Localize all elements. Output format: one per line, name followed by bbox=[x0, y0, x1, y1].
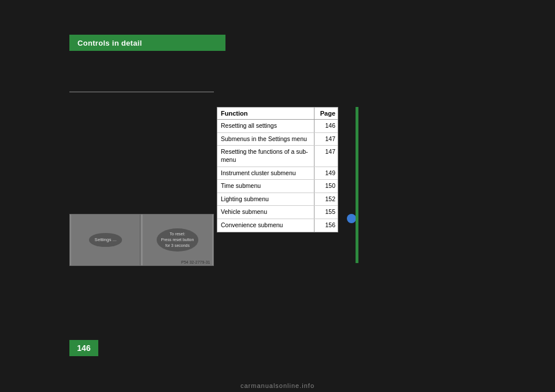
table-cell-page: 152 bbox=[314, 193, 338, 206]
table-row: Instrument cluster submenu 149 bbox=[217, 167, 338, 180]
settings-display: Settings ... bbox=[89, 233, 123, 246]
header-bar: Controls in detail bbox=[69, 35, 225, 51]
function-table: Function Page Resetting all settings 146… bbox=[217, 107, 338, 232]
table-cell-function: Time submenu bbox=[217, 180, 314, 193]
instrument-image: Settings ... To reset: Press reset butto… bbox=[69, 214, 214, 266]
table-row: Lighting submenu 152 bbox=[217, 193, 338, 206]
col-header-function: Function bbox=[217, 108, 314, 119]
instrument-panel-right: To reset: Press reset button for 3 secon… bbox=[143, 215, 212, 265]
table-row: Resetting all settings 146 bbox=[217, 120, 338, 133]
table-cell-function: Submenus in the Settings menu bbox=[217, 133, 314, 146]
table-cell-function: Lighting submenu bbox=[217, 193, 314, 206]
table-cell-function: Instrument cluster submenu bbox=[217, 167, 314, 180]
reset-line1: To reset: bbox=[170, 232, 186, 236]
table-header-row: Function Page bbox=[217, 108, 338, 120]
table-row: Submenus in the Settings menu 147 bbox=[217, 133, 338, 146]
header-title: Controls in detail bbox=[77, 39, 142, 47]
settings-text: Settings ... bbox=[95, 237, 117, 242]
image-code: P54 32-2779-31 bbox=[181, 260, 210, 264]
reset-display: To reset: Press reset button for 3 secon… bbox=[157, 228, 199, 251]
reset-line3: for 3 seconds bbox=[165, 243, 190, 247]
table-cell-page: 150 bbox=[314, 180, 338, 193]
table-row: Convenience submenu 156 bbox=[217, 219, 338, 232]
watermark: carmanualsonline.info bbox=[0, 382, 555, 389]
reset-line2: Press reset button bbox=[161, 238, 194, 242]
instrument-panel-left: Settings ... bbox=[71, 215, 140, 265]
table-cell-page: 146 bbox=[314, 120, 338, 132]
table-cell-function: Vehicle submenu bbox=[217, 206, 314, 219]
table-row: Time submenu 150 bbox=[217, 180, 338, 193]
blue-circle-indicator bbox=[347, 214, 356, 223]
table-cell-page: 156 bbox=[314, 219, 338, 232]
table-cell-page: 147 bbox=[314, 146, 338, 166]
page-number: 146 bbox=[77, 343, 90, 353]
table-cell-function: Resetting the functions of a sub-menu bbox=[217, 146, 314, 166]
table-cell-page: 149 bbox=[314, 167, 338, 180]
right-green-line bbox=[356, 107, 358, 263]
table-row: Vehicle submenu 155 bbox=[217, 206, 338, 219]
table-row: Resetting the functions of a sub-menu 14… bbox=[217, 146, 338, 167]
table-cell-function: Resetting all settings bbox=[217, 120, 314, 132]
table-cell-page: 147 bbox=[314, 133, 338, 146]
page-badge: 146 bbox=[69, 340, 98, 356]
col-header-page: Page bbox=[314, 108, 338, 119]
divider-line bbox=[69, 91, 214, 93]
table-cell-function: Convenience submenu bbox=[217, 219, 314, 232]
table-cell-page: 155 bbox=[314, 206, 338, 219]
